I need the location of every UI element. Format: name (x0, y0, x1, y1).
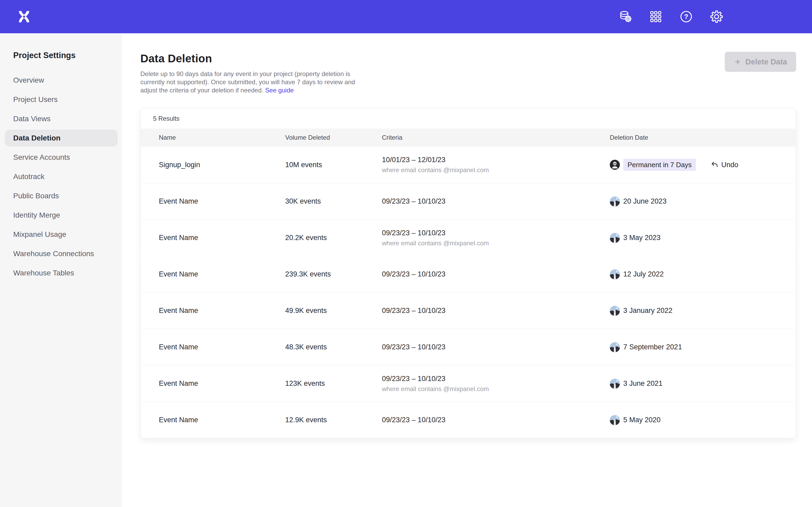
status-badge: Permanent in 7 Days (623, 159, 696, 171)
deletion-name: Event Name (159, 270, 285, 278)
undo-icon (711, 161, 719, 169)
deletion-date: 3 January 2022 (623, 306, 672, 315)
sidebar-item-overview[interactable]: Overview (5, 72, 118, 89)
apps-grid-icon[interactable] (650, 10, 662, 23)
table-row: Event Name 239.3K events 09/23/23 – 10/1… (141, 256, 796, 292)
table-header-row: Name Volume Deleted Criteria Deletion Da… (141, 129, 796, 147)
help-icon[interactable]: ? (680, 10, 693, 23)
criteria-range: 09/23/23 – 10/10/23 (382, 343, 610, 351)
avatar (610, 342, 620, 352)
sidebar-item-service-accounts[interactable]: Service Accounts (5, 149, 118, 166)
deletion-date: 12 July 2022 (623, 270, 664, 278)
deletion-date: 3 June 2021 (623, 380, 663, 388)
deletions-table-card: 5 Results Name Volume Deleted Criteria D… (140, 108, 796, 438)
deletion-date: 7 September 2021 (623, 343, 682, 351)
avatar (610, 196, 620, 207)
plus-icon (734, 58, 742, 66)
criteria-range: 09/23/23 – 10/10/23 (382, 270, 610, 278)
avatar (610, 379, 620, 389)
sidebar-item-identity-merge[interactable]: Identity Merge (5, 207, 118, 224)
criteria-range: 09/23/23 – 10/10/23 (382, 306, 610, 315)
table-row: Event Name 12.9K events 09/23/23 – 10/10… (141, 402, 796, 438)
avatar (610, 306, 620, 316)
sidebar-item-public-boards[interactable]: Public Boards (5, 187, 118, 205)
deletion-date: 5 May 2020 (623, 416, 661, 424)
volume-deleted: 10M events (285, 161, 382, 169)
undo-button[interactable]: Undo (711, 161, 739, 169)
column-header-name: Name (159, 134, 285, 141)
criteria-range: 10/01/23 – 12/01/23 (382, 156, 610, 164)
table-row: Event Name 20.2K events 09/23/23 – 10/10… (141, 219, 796, 256)
volume-deleted: 20.2K events (285, 234, 382, 242)
volume-deleted: 48.3K events (285, 343, 382, 351)
volume-deleted: 30K events (285, 197, 382, 206)
mixpanel-logo-icon[interactable] (17, 9, 31, 24)
deletion-date: 20 June 2023 (623, 197, 667, 206)
data-management-icon[interactable] (619, 10, 632, 23)
results-count: 5 Results (141, 108, 796, 129)
undo-label: Undo (721, 161, 739, 169)
table-row: Event Name 123K events 09/23/23 – 10/10/… (141, 365, 796, 402)
volume-deleted: 12.9K events (285, 416, 382, 424)
volume-deleted: 49.9K events (285, 306, 382, 315)
avatar (610, 233, 620, 243)
top-bar: ? (0, 0, 812, 33)
page-description-text: Delete up to 90 days data for any event … (140, 70, 355, 94)
sidebar-item-data-views[interactable]: Data Views (5, 110, 118, 127)
criteria-filter: where email contains @mixpanel.com (382, 166, 610, 174)
sidebar-item-mixpanel-usage[interactable]: Mixpanel Usage (5, 226, 118, 243)
sidebar-item-warehouse-tables[interactable]: Warehouse Tables (5, 265, 118, 281)
deletion-name: Event Name (159, 343, 285, 351)
svg-text:?: ? (684, 13, 688, 20)
avatar (610, 415, 620, 425)
sidebar-item-warehouse-connections[interactable]: Warehouse Connections (5, 245, 118, 262)
deletion-name: Event Name (159, 197, 285, 206)
column-header-deletion-date: Deletion Date (610, 134, 796, 141)
criteria-range: 09/23/23 – 10/10/23 (382, 416, 610, 424)
table-row: Event Name 49.9K events 09/23/23 – 10/10… (141, 292, 796, 329)
criteria-range: 09/23/23 – 10/10/23 (382, 197, 610, 206)
criteria-filter: where email contains @mixpanel.com (382, 385, 610, 393)
avatar (610, 269, 620, 279)
volume-deleted: 123K events (285, 380, 382, 388)
main-content: Data Deletion Delete up to 90 days data … (121, 33, 812, 507)
deletion-name: Event Name (159, 416, 285, 424)
deletion-date: 3 May 2023 (623, 234, 661, 242)
page-description: Delete up to 90 days data for any event … (140, 70, 373, 94)
sidebar-item-project-users[interactable]: Project Users (5, 91, 118, 108)
criteria-range: 09/23/23 – 10/10/23 (382, 229, 610, 237)
table-row: Signup_login 10M events 10/01/23 – 12/01… (141, 147, 796, 183)
sidebar-item-data-deletion[interactable]: Data Deletion (5, 130, 118, 147)
avatar (610, 160, 620, 170)
delete-data-button[interactable]: Delete Data (725, 52, 796, 72)
topbar-icon-group: ? (619, 0, 723, 33)
column-header-criteria: Criteria (382, 134, 610, 141)
deletion-name: Event Name (159, 306, 285, 315)
sidebar-title: Project Settings (0, 33, 121, 60)
settings-sidebar: Project Settings Overview Project Users … (0, 33, 121, 507)
page-title: Data Deletion (140, 52, 796, 65)
criteria-filter: where email contains @mixpanel.com (382, 239, 610, 247)
criteria-range: 09/23/23 – 10/10/23 (382, 375, 610, 383)
delete-data-label: Delete Data (745, 58, 787, 66)
sidebar-item-autotrack[interactable]: Autotrack (5, 168, 118, 185)
table-row: Event Name 48.3K events 09/23/23 – 10/10… (141, 329, 796, 365)
see-guide-link[interactable]: See guide (265, 87, 294, 94)
deletion-name: Signup_login (159, 161, 285, 169)
deletion-name: Event Name (159, 234, 285, 242)
volume-deleted: 239.3K events (285, 270, 382, 278)
settings-gear-icon[interactable] (710, 10, 723, 23)
column-header-volume: Volume Deleted (285, 134, 382, 141)
table-row: Event Name 30K events 09/23/23 – 10/10/2… (141, 183, 796, 219)
deletion-name: Event Name (159, 380, 285, 388)
